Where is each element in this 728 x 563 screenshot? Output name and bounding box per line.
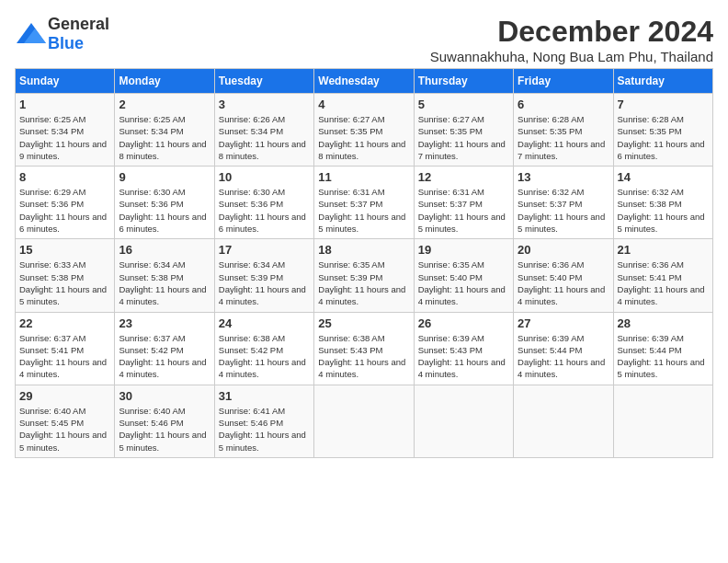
day-number: 18 [318,243,409,257]
day-number: 17 [219,243,310,257]
day-info: Sunrise: 6:28 AMSunset: 5:35 PMDaylight:… [618,114,705,161]
calendar-day-cell: 26 Sunrise: 6:39 AMSunset: 5:43 PMDaylig… [414,312,513,385]
day-number: 8 [19,170,110,184]
day-info: Sunrise: 6:38 AMSunset: 5:42 PMDaylight:… [219,333,306,380]
day-number: 7 [618,98,709,111]
weekday-header: SundayMondayTuesdayWednesdayThursdayFrid… [16,69,713,94]
calendar-day-cell: 24 Sunrise: 6:38 AMSunset: 5:42 PMDaylig… [214,312,313,385]
day-number: 12 [418,170,509,184]
logo-general: General [48,15,109,33]
day-info: Sunrise: 6:32 AMSunset: 5:38 PMDaylight:… [618,187,705,234]
day-info: Sunrise: 6:41 AMSunset: 5:46 PMDaylight:… [219,406,306,453]
day-info: Sunrise: 6:33 AMSunset: 5:38 PMDaylight:… [19,259,107,306]
day-number: 11 [318,170,409,184]
day-info: Sunrise: 6:29 AMSunset: 5:36 PMDaylight:… [19,187,107,234]
month-title: December 2024 [430,15,713,49]
weekday-header-cell: Sunday [16,69,115,94]
calendar: SundayMondayTuesdayWednesdayThursdayFrid… [15,68,713,458]
calendar-day-cell [613,385,712,457]
calendar-day-cell: 25 Sunrise: 6:38 AMSunset: 5:43 PMDaylig… [314,312,414,385]
day-info: Sunrise: 6:35 AMSunset: 5:39 PMDaylight:… [318,259,405,306]
calendar-day-cell: 15 Sunrise: 6:33 AMSunset: 5:38 PMDaylig… [16,239,115,312]
calendar-day-cell: 2 Sunrise: 6:25 AMSunset: 5:34 PMDayligh… [115,94,214,167]
weekday-header-cell: Friday [514,69,613,94]
day-number: 9 [119,170,210,184]
day-number: 22 [19,316,110,330]
calendar-day-cell: 27 Sunrise: 6:39 AMSunset: 5:44 PMDaylig… [514,312,613,385]
weekday-header-cell: Saturday [613,69,712,94]
calendar-day-cell: 28 Sunrise: 6:39 AMSunset: 5:44 PMDaylig… [613,312,712,385]
calendar-day-cell: 21 Sunrise: 6:36 AMSunset: 5:41 PMDaylig… [613,239,712,312]
day-number: 16 [119,243,210,257]
header: General Blue December 2024 Suwannakhuha,… [15,15,713,64]
day-info: Sunrise: 6:31 AMSunset: 5:37 PMDaylight:… [318,187,405,234]
calendar-day-cell: 8 Sunrise: 6:29 AMSunset: 5:36 PMDayligh… [16,167,115,239]
calendar-day-cell: 31 Sunrise: 6:41 AMSunset: 5:46 PMDaylig… [214,385,313,457]
calendar-day-cell: 20 Sunrise: 6:36 AMSunset: 5:40 PMDaylig… [514,239,613,312]
calendar-body: 1 Sunrise: 6:25 AMSunset: 5:34 PMDayligh… [16,94,713,458]
calendar-day-cell: 16 Sunrise: 6:34 AMSunset: 5:38 PMDaylig… [115,239,214,312]
day-number: 1 [19,98,110,111]
calendar-day-cell: 4 Sunrise: 6:27 AMSunset: 5:35 PMDayligh… [314,94,414,167]
day-info: Sunrise: 6:39 AMSunset: 5:44 PMDaylight:… [518,333,605,380]
day-info: Sunrise: 6:26 AMSunset: 5:34 PMDaylight:… [219,114,306,161]
day-info: Sunrise: 6:25 AMSunset: 5:34 PMDaylight:… [119,114,206,161]
day-number: 25 [318,316,409,330]
weekday-header-cell: Monday [115,69,214,94]
subtitle: Suwannakhuha, Nong Bua Lam Phu, Thailand [430,49,713,64]
logo: General Blue [15,15,109,53]
day-info: Sunrise: 6:34 AMSunset: 5:39 PMDaylight:… [219,259,306,306]
day-info: Sunrise: 6:27 AMSunset: 5:35 PMDaylight:… [318,114,405,161]
day-number: 10 [219,170,310,184]
day-number: 19 [418,243,509,257]
day-info: Sunrise: 6:28 AMSunset: 5:35 PMDaylight:… [518,114,605,161]
day-info: Sunrise: 6:30 AMSunset: 5:36 PMDaylight:… [119,187,206,234]
calendar-day-cell: 10 Sunrise: 6:30 AMSunset: 5:36 PMDaylig… [214,167,313,239]
weekday-header-cell: Wednesday [314,69,414,94]
day-number: 4 [318,98,409,111]
calendar-day-cell: 12 Sunrise: 6:31 AMSunset: 5:37 PMDaylig… [414,167,513,239]
calendar-day-cell: 1 Sunrise: 6:25 AMSunset: 5:34 PMDayligh… [16,94,115,167]
day-info: Sunrise: 6:31 AMSunset: 5:37 PMDaylight:… [418,187,506,234]
day-info: Sunrise: 6:32 AMSunset: 5:37 PMDaylight:… [518,187,605,234]
calendar-day-cell: 18 Sunrise: 6:35 AMSunset: 5:39 PMDaylig… [314,239,414,312]
day-number: 3 [219,98,310,111]
logo-icon [15,21,48,47]
day-number: 14 [618,170,709,184]
day-info: Sunrise: 6:40 AMSunset: 5:45 PMDaylight:… [19,406,107,453]
day-number: 31 [219,389,310,403]
calendar-day-cell: 5 Sunrise: 6:27 AMSunset: 5:35 PMDayligh… [414,94,513,167]
day-number: 30 [119,389,210,403]
day-number: 2 [119,98,210,111]
calendar-day-cell [414,385,513,457]
calendar-day-cell: 9 Sunrise: 6:30 AMSunset: 5:36 PMDayligh… [115,167,214,239]
day-number: 28 [618,316,709,330]
day-number: 21 [618,243,709,257]
calendar-day-cell: 11 Sunrise: 6:31 AMSunset: 5:37 PMDaylig… [314,167,414,239]
day-info: Sunrise: 6:37 AMSunset: 5:41 PMDaylight:… [19,333,107,380]
day-info: Sunrise: 6:25 AMSunset: 5:34 PMDaylight:… [19,114,107,161]
day-number: 15 [19,243,110,257]
calendar-day-cell: 23 Sunrise: 6:37 AMSunset: 5:42 PMDaylig… [115,312,214,385]
calendar-week-row: 29 Sunrise: 6:40 AMSunset: 5:45 PMDaylig… [16,385,713,457]
calendar-day-cell: 17 Sunrise: 6:34 AMSunset: 5:39 PMDaylig… [214,239,313,312]
day-number: 24 [219,316,310,330]
title-area: December 2024 Suwannakhuha, Nong Bua Lam… [430,15,713,64]
calendar-week-row: 15 Sunrise: 6:33 AMSunset: 5:38 PMDaylig… [16,239,713,312]
day-number: 23 [119,316,210,330]
day-info: Sunrise: 6:34 AMSunset: 5:38 PMDaylight:… [119,259,206,306]
day-info: Sunrise: 6:39 AMSunset: 5:43 PMDaylight:… [418,333,506,380]
day-number: 27 [518,316,609,330]
calendar-day-cell [514,385,613,457]
calendar-day-cell: 7 Sunrise: 6:28 AMSunset: 5:35 PMDayligh… [613,94,712,167]
day-number: 29 [19,389,110,403]
calendar-day-cell: 19 Sunrise: 6:35 AMSunset: 5:40 PMDaylig… [414,239,513,312]
calendar-day-cell: 30 Sunrise: 6:40 AMSunset: 5:46 PMDaylig… [115,385,214,457]
calendar-day-cell: 14 Sunrise: 6:32 AMSunset: 5:38 PMDaylig… [613,167,712,239]
weekday-header-cell: Tuesday [214,69,313,94]
calendar-day-cell: 29 Sunrise: 6:40 AMSunset: 5:45 PMDaylig… [16,385,115,457]
calendar-day-cell: 3 Sunrise: 6:26 AMSunset: 5:34 PMDayligh… [214,94,313,167]
day-info: Sunrise: 6:35 AMSunset: 5:40 PMDaylight:… [418,259,506,306]
day-info: Sunrise: 6:40 AMSunset: 5:46 PMDaylight:… [119,406,206,453]
day-info: Sunrise: 6:38 AMSunset: 5:43 PMDaylight:… [318,333,405,380]
